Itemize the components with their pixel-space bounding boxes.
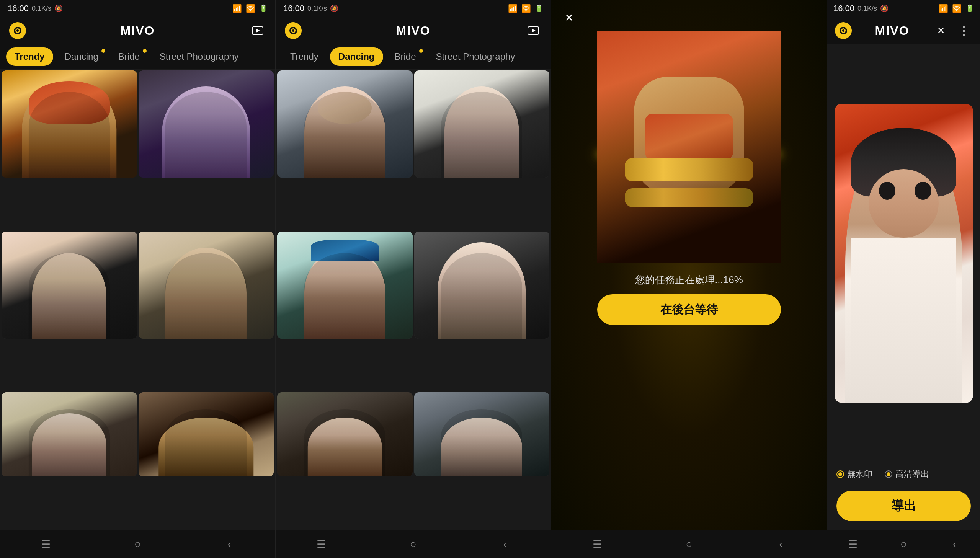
tab-bar-1: Trendy Dancing Bride Street Photography bbox=[0, 44, 275, 69]
radio-hd-dot bbox=[886, 472, 890, 476]
video-library-icon-2[interactable] bbox=[525, 22, 542, 39]
signal-bars-icon: 📶 bbox=[232, 4, 242, 13]
template-item-4[interactable]: NEW bbox=[139, 231, 274, 339]
battery-icon-2: 🔋 bbox=[535, 4, 543, 13]
status-icons-4: 📶 🛜 🔋 bbox=[939, 4, 974, 13]
status-bar-1: 16:00 0.1K/s 🔕 📶 🛜 🔋 bbox=[0, 0, 275, 17]
close-button-3[interactable]: ✕ bbox=[560, 9, 577, 26]
export-button[interactable]: 導出 bbox=[836, 491, 971, 521]
back-nav-4[interactable]: ‹ bbox=[943, 533, 966, 556]
bottom-nav-2: ☰ ○ ‹ bbox=[276, 530, 551, 558]
dance-item-4[interactable] bbox=[414, 231, 550, 339]
panel-3-processing: ✕ bbox=[551, 0, 827, 558]
svg-point-7 bbox=[292, 30, 294, 32]
tab-trendy-1[interactable]: Trendy bbox=[6, 48, 53, 66]
tab-bar-2: Trendy Dancing Bride Street Photography bbox=[276, 44, 551, 69]
time-display: 16:00 bbox=[8, 3, 29, 13]
tab-street-2[interactable]: Street Photography bbox=[428, 48, 524, 66]
status-bar-2: 16:00 0.1K/s 🔕 📶 🛜 🔋 bbox=[276, 0, 551, 17]
panel-4-export: 16:00 0.1K/s 🔕 📶 🛜 🔋 MIVO ✕ ⋮ bbox=[827, 0, 980, 558]
signal-icon-2: 🔕 bbox=[330, 4, 338, 13]
tab-dot-bride-1 bbox=[143, 49, 147, 53]
back-nav-1[interactable]: ‹ bbox=[218, 533, 241, 556]
status-time-2: 16:00 0.1K/s 🔕 bbox=[283, 3, 338, 13]
network-speed-2: 0.1K/s bbox=[307, 5, 327, 13]
tab-dancing-2[interactable]: Dancing bbox=[330, 48, 383, 66]
tab-bride-1[interactable]: Bride bbox=[110, 48, 148, 66]
signal-bars-icon-2: 📶 bbox=[508, 4, 517, 13]
processing-progress-text: 您的任務正在處理...16% bbox=[635, 273, 743, 287]
bottom-nav-3: ☰ ○ ‹ bbox=[551, 530, 827, 558]
bottom-nav-4: ☰ ○ ‹ bbox=[827, 530, 980, 558]
app-title-1: MIVO bbox=[121, 24, 155, 38]
menu-nav-4[interactable]: ☰ bbox=[841, 533, 864, 556]
processing-image-bottom bbox=[597, 155, 781, 263]
more-options-icon[interactable]: ⋮ bbox=[955, 22, 972, 39]
home-nav-1[interactable]: ○ bbox=[126, 533, 149, 556]
hd-export-radio[interactable] bbox=[885, 470, 892, 478]
close-button-4[interactable]: ✕ bbox=[932, 22, 949, 39]
app-logo-1[interactable] bbox=[9, 22, 26, 39]
time-display-2: 16:00 bbox=[283, 3, 304, 13]
svg-marker-9 bbox=[532, 29, 535, 33]
dance-item-6[interactable] bbox=[414, 392, 550, 476]
tab-street-1[interactable]: Street Photography bbox=[151, 48, 247, 66]
dance-item-5[interactable] bbox=[277, 392, 413, 476]
tab-trendy-2[interactable]: Trendy bbox=[282, 48, 327, 66]
export-preview-image bbox=[835, 104, 973, 403]
export-preview-area bbox=[827, 44, 980, 462]
home-nav-2[interactable]: ○ bbox=[402, 533, 425, 556]
dance-item-2[interactable] bbox=[414, 71, 550, 177]
status-bar-4: 16:00 0.1K/s 🔕 📶 🛜 🔋 bbox=[827, 0, 980, 17]
wait-background-button[interactable]: 在後台等待 bbox=[597, 294, 781, 325]
menu-nav-1[interactable]: ☰ bbox=[34, 533, 57, 556]
template-item-1[interactable] bbox=[2, 71, 137, 177]
back-nav-3[interactable]: ‹ bbox=[770, 533, 793, 556]
no-watermark-option[interactable]: 無水印 bbox=[836, 468, 872, 480]
template-item-6[interactable]: NEW bbox=[139, 392, 274, 476]
hd-export-label: 高清導出 bbox=[895, 468, 929, 480]
status-time-4: 16:00 0.1K/s 🔕 bbox=[833, 3, 888, 13]
thumbnail-grid-1: NEW NEW NEW bbox=[0, 69, 275, 530]
video-library-icon-1[interactable] bbox=[249, 22, 266, 39]
thumbnail-grid-2 bbox=[276, 69, 551, 530]
wifi-icon-2: 🛜 bbox=[521, 4, 531, 13]
app-logo-4[interactable] bbox=[835, 22, 852, 39]
tab-bride-2[interactable]: Bride bbox=[386, 48, 425, 66]
content-grid-1: NEW NEW NEW bbox=[0, 69, 275, 530]
app-header-4: MIVO ✕ ⋮ bbox=[827, 17, 980, 44]
svg-point-12 bbox=[842, 30, 844, 32]
svg-marker-4 bbox=[256, 29, 260, 33]
processing-content: 您的任務正在處理...16% 在後台等待 bbox=[551, 0, 827, 325]
panel-2: 16:00 0.1K/s 🔕 📶 🛜 🔋 MIVO bbox=[276, 0, 551, 558]
signal-icon: 🔕 bbox=[54, 4, 63, 13]
no-watermark-label: 無水印 bbox=[847, 468, 872, 480]
radio-selected-dot bbox=[838, 472, 842, 476]
home-nav-3[interactable]: ○ bbox=[678, 533, 701, 556]
network-speed: 0.1K/s bbox=[32, 5, 51, 13]
processing-image-container bbox=[597, 31, 781, 263]
back-nav-2[interactable]: ‹ bbox=[493, 533, 516, 556]
dance-item-3[interactable] bbox=[277, 231, 413, 339]
panel-1: 16:00 0.1K/s 🔕 📶 🛜 🔋 MIVO bbox=[0, 0, 276, 558]
tab-dot-dancing-1 bbox=[102, 49, 105, 53]
hd-export-option[interactable]: 高清導出 bbox=[885, 468, 929, 480]
no-watermark-radio[interactable] bbox=[836, 470, 844, 478]
status-time-1: 16:00 0.1K/s 🔕 bbox=[8, 3, 63, 13]
app-header-1: MIVO bbox=[0, 17, 275, 44]
svg-point-2 bbox=[16, 30, 19, 32]
menu-nav-2[interactable]: ☰ bbox=[310, 533, 333, 556]
app-logo-2[interactable] bbox=[285, 22, 302, 39]
app-title-2: MIVO bbox=[396, 24, 431, 38]
status-icons-2: 📶 🛜 🔋 bbox=[508, 4, 543, 13]
dance-item-1[interactable] bbox=[277, 71, 413, 177]
content-grid-2 bbox=[276, 69, 551, 530]
template-item-3[interactable]: NEW bbox=[2, 231, 137, 339]
app-title-4: MIVO bbox=[875, 24, 909, 38]
template-item-2[interactable] bbox=[139, 71, 274, 177]
menu-nav-3[interactable]: ☰ bbox=[586, 533, 609, 556]
tab-dancing-1[interactable]: Dancing bbox=[56, 48, 107, 66]
status-icons-1: 📶 🛜 🔋 bbox=[232, 4, 268, 13]
home-nav-4[interactable]: ○ bbox=[892, 533, 915, 556]
template-item-5[interactable] bbox=[2, 392, 137, 476]
